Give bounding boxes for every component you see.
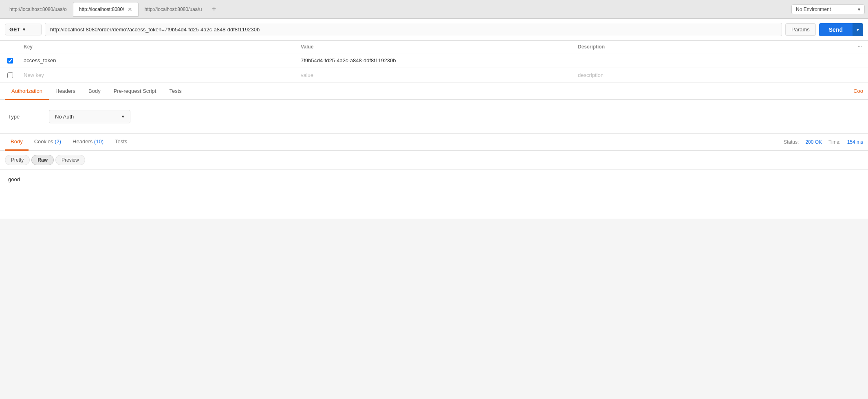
row-1-checkbox[interactable]: [7, 58, 13, 64]
header-more: ···: [852, 44, 868, 50]
row-2-value[interactable]: value: [297, 70, 575, 80]
resp-tab-body-label: Body: [11, 138, 23, 145]
tab-headers-label: Headers: [55, 88, 75, 94]
auth-chevron-down-icon: ▾: [122, 114, 124, 119]
tab-3-label: http://localhost:8080/uaa/u: [145, 7, 202, 12]
method-selector[interactable]: GET ▾: [5, 24, 42, 35]
request-tabs: Authorization Headers Body Pre-request S…: [0, 83, 868, 100]
row-2-check-col: [0, 72, 20, 78]
tab-cookies-right[interactable]: Coo: [853, 83, 863, 99]
tab-2-close[interactable]: ✕: [128, 6, 132, 13]
new-tab-button[interactable]: +: [208, 3, 220, 15]
preview-button[interactable]: Preview: [55, 155, 85, 165]
header-key: Key: [20, 44, 297, 50]
header-description: Description: [575, 44, 852, 50]
method-label: GET: [9, 26, 20, 33]
auth-type-select[interactable]: No Auth ▾: [49, 110, 130, 123]
send-dropdown-button[interactable]: ▾: [853, 23, 863, 36]
row-1-value[interactable]: 7f9b54d4-fd25-4a2c-a848-ddf8f119230b: [297, 56, 575, 65]
tab-bar: http://localhost:8080/uaa/o http://local…: [0, 0, 868, 19]
pretty-button[interactable]: Pretty: [5, 155, 30, 165]
tab-tests-label: Tests: [169, 88, 181, 94]
row-2-checkbox[interactable]: [7, 72, 13, 78]
response-header: Body Cookies (2) Headers (10) Tests Stat…: [0, 134, 868, 151]
row-2-description[interactable]: description: [575, 70, 852, 80]
auth-section: Type No Auth ▾: [0, 100, 868, 134]
tab-tests[interactable]: Tests: [163, 83, 188, 100]
send-button-group: Send ▾: [819, 23, 863, 36]
resp-tab-headers-label: Headers (10): [73, 138, 104, 145]
status-label: Status:: [784, 139, 799, 145]
status-value: 200 OK: [805, 139, 822, 145]
params-table-header: Key Value Description ···: [0, 41, 868, 53]
tab-1-label: http://localhost:8080/uaa/o: [9, 7, 67, 12]
table-row: access_token 7f9b54d4-fd25-4a2c-a848-ddf…: [0, 53, 868, 68]
env-selector-label: No Environment: [796, 7, 831, 12]
response-body-toolbar: Pretty Raw Preview: [0, 151, 868, 170]
response-body-text: good: [8, 176, 20, 182]
cookies-badge: (2): [55, 138, 61, 145]
table-row: New key value description: [0, 68, 868, 83]
raw-button[interactable]: Raw: [31, 155, 54, 165]
row-1-check-col: [0, 58, 20, 64]
resp-tab-tests[interactable]: Tests: [109, 134, 133, 151]
tab-2-label: http://localhost:8080/: [79, 7, 124, 12]
tab-prerequest-label: Pre-request Script: [114, 88, 156, 94]
tab-body-label: Body: [88, 88, 101, 94]
params-table: Key Value Description ··· access_token 7…: [0, 41, 868, 83]
auth-type-value: No Auth: [55, 114, 74, 120]
auth-type-label: Type: [8, 114, 41, 120]
url-input[interactable]: [45, 23, 782, 36]
tab-authorization-label: Authorization: [11, 88, 42, 94]
request-bar: GET ▾ Params Send ▾: [0, 19, 868, 41]
params-button[interactable]: Params: [785, 23, 816, 36]
header-value: Value: [297, 44, 575, 50]
tab-1[interactable]: http://localhost:8080/uaa/o: [3, 2, 73, 17]
environment-selector[interactable]: No Environment ▾: [791, 4, 865, 14]
row-1-description[interactable]: [575, 59, 852, 62]
row-1-key[interactable]: access_token: [20, 56, 297, 65]
header-check-col: [0, 44, 20, 50]
resp-tab-cookies-label: Cookies (2): [34, 138, 61, 145]
time-label: Time:: [828, 139, 841, 145]
headers-badge: (10): [94, 138, 104, 145]
tab-3[interactable]: http://localhost:8080/uaa/u: [139, 2, 208, 17]
time-value: 154 ms: [847, 139, 863, 145]
tab-prerequest[interactable]: Pre-request Script: [107, 83, 163, 100]
response-content: good: [0, 170, 868, 219]
send-dropdown-chevron-icon: ▾: [857, 27, 859, 33]
resp-tab-body[interactable]: Body: [5, 134, 29, 151]
response-tabs: Body Cookies (2) Headers (10) Tests: [5, 134, 784, 150]
auth-type-row: Type No Auth ▾: [8, 110, 860, 123]
resp-tab-headers[interactable]: Headers (10): [67, 134, 109, 151]
send-button[interactable]: Send: [819, 23, 853, 36]
chevron-down-icon: ▾: [858, 7, 860, 12]
resp-tab-tests-label: Tests: [115, 138, 127, 145]
tab-headers[interactable]: Headers: [49, 83, 82, 100]
tab-body[interactable]: Body: [82, 83, 107, 100]
env-selector-area: No Environment ▾: [791, 4, 865, 14]
tab-authorization[interactable]: Authorization: [5, 83, 49, 100]
row-2-key[interactable]: New key: [20, 70, 297, 80]
resp-tab-cookies[interactable]: Cookies (2): [29, 134, 67, 151]
response-meta: Status: 200 OK Time: 154 ms: [784, 139, 863, 145]
method-chevron-icon: ▾: [23, 27, 25, 32]
tab-2[interactable]: http://localhost:8080/ ✕: [73, 2, 139, 17]
